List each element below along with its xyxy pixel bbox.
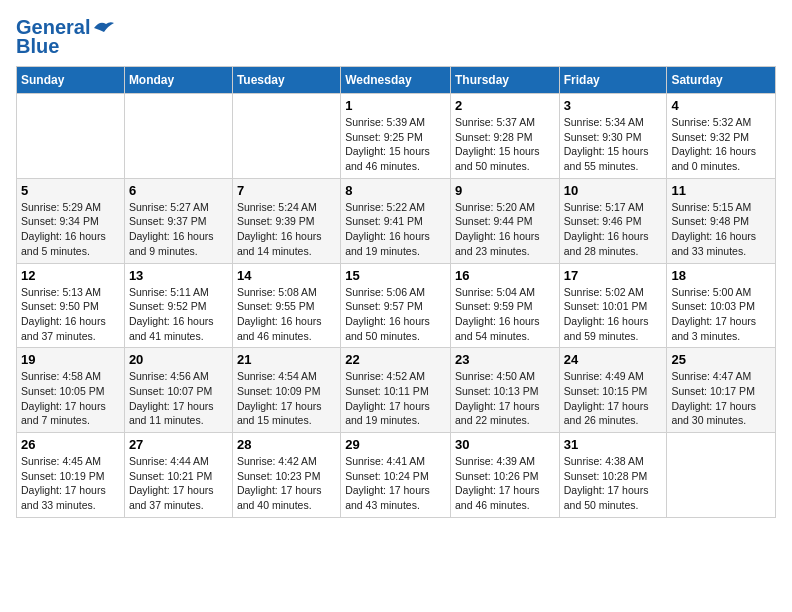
day-number: 14 bbox=[237, 268, 336, 283]
calendar-cell bbox=[124, 94, 232, 179]
day-number: 4 bbox=[671, 98, 771, 113]
day-number: 28 bbox=[237, 437, 336, 452]
day-info: Sunrise: 4:42 AM Sunset: 10:23 PM Daylig… bbox=[237, 454, 336, 513]
calendar-cell: 27Sunrise: 4:44 AM Sunset: 10:21 PM Dayl… bbox=[124, 433, 232, 518]
calendar-cell: 11Sunrise: 5:15 AM Sunset: 9:48 PM Dayli… bbox=[667, 178, 776, 263]
calendar-cell: 6Sunrise: 5:27 AM Sunset: 9:37 PM Daylig… bbox=[124, 178, 232, 263]
day-number: 2 bbox=[455, 98, 555, 113]
day-number: 8 bbox=[345, 183, 446, 198]
day-info: Sunrise: 5:20 AM Sunset: 9:44 PM Dayligh… bbox=[455, 200, 555, 259]
day-info: Sunrise: 4:50 AM Sunset: 10:13 PM Daylig… bbox=[455, 369, 555, 428]
calendar-cell: 31Sunrise: 4:38 AM Sunset: 10:28 PM Dayl… bbox=[559, 433, 667, 518]
logo: General Blue bbox=[16, 16, 114, 58]
day-number: 25 bbox=[671, 352, 771, 367]
day-number: 1 bbox=[345, 98, 446, 113]
weekday-header: Thursday bbox=[450, 67, 559, 94]
calendar-table: SundayMondayTuesdayWednesdayThursdayFrid… bbox=[16, 66, 776, 518]
day-number: 6 bbox=[129, 183, 228, 198]
calendar-cell bbox=[667, 433, 776, 518]
weekday-header: Sunday bbox=[17, 67, 125, 94]
calendar-cell: 12Sunrise: 5:13 AM Sunset: 9:50 PM Dayli… bbox=[17, 263, 125, 348]
day-number: 24 bbox=[564, 352, 663, 367]
calendar-cell: 14Sunrise: 5:08 AM Sunset: 9:55 PM Dayli… bbox=[232, 263, 340, 348]
calendar-cell: 3Sunrise: 5:34 AM Sunset: 9:30 PM Daylig… bbox=[559, 94, 667, 179]
calendar-cell: 8Sunrise: 5:22 AM Sunset: 9:41 PM Daylig… bbox=[341, 178, 451, 263]
day-info: Sunrise: 4:41 AM Sunset: 10:24 PM Daylig… bbox=[345, 454, 446, 513]
day-info: Sunrise: 5:04 AM Sunset: 9:59 PM Dayligh… bbox=[455, 285, 555, 344]
day-info: Sunrise: 5:27 AM Sunset: 9:37 PM Dayligh… bbox=[129, 200, 228, 259]
day-info: Sunrise: 5:22 AM Sunset: 9:41 PM Dayligh… bbox=[345, 200, 446, 259]
calendar-cell: 25Sunrise: 4:47 AM Sunset: 10:17 PM Dayl… bbox=[667, 348, 776, 433]
calendar-cell: 10Sunrise: 5:17 AM Sunset: 9:46 PM Dayli… bbox=[559, 178, 667, 263]
day-number: 12 bbox=[21, 268, 120, 283]
day-number: 16 bbox=[455, 268, 555, 283]
calendar-cell: 17Sunrise: 5:02 AM Sunset: 10:01 PM Dayl… bbox=[559, 263, 667, 348]
day-number: 13 bbox=[129, 268, 228, 283]
day-info: Sunrise: 4:38 AM Sunset: 10:28 PM Daylig… bbox=[564, 454, 663, 513]
day-number: 30 bbox=[455, 437, 555, 452]
calendar-cell: 29Sunrise: 4:41 AM Sunset: 10:24 PM Dayl… bbox=[341, 433, 451, 518]
day-number: 23 bbox=[455, 352, 555, 367]
day-number: 29 bbox=[345, 437, 446, 452]
day-info: Sunrise: 5:17 AM Sunset: 9:46 PM Dayligh… bbox=[564, 200, 663, 259]
calendar-cell: 18Sunrise: 5:00 AM Sunset: 10:03 PM Dayl… bbox=[667, 263, 776, 348]
calendar-cell: 15Sunrise: 5:06 AM Sunset: 9:57 PM Dayli… bbox=[341, 263, 451, 348]
calendar-cell: 23Sunrise: 4:50 AM Sunset: 10:13 PM Dayl… bbox=[450, 348, 559, 433]
day-number: 18 bbox=[671, 268, 771, 283]
calendar-cell: 2Sunrise: 5:37 AM Sunset: 9:28 PM Daylig… bbox=[450, 94, 559, 179]
calendar-cell: 5Sunrise: 5:29 AM Sunset: 9:34 PM Daylig… bbox=[17, 178, 125, 263]
calendar-cell bbox=[232, 94, 340, 179]
calendar-cell: 30Sunrise: 4:39 AM Sunset: 10:26 PM Dayl… bbox=[450, 433, 559, 518]
calendar-cell: 22Sunrise: 4:52 AM Sunset: 10:11 PM Dayl… bbox=[341, 348, 451, 433]
day-info: Sunrise: 5:11 AM Sunset: 9:52 PM Dayligh… bbox=[129, 285, 228, 344]
day-number: 26 bbox=[21, 437, 120, 452]
day-info: Sunrise: 5:29 AM Sunset: 9:34 PM Dayligh… bbox=[21, 200, 120, 259]
logo-bird-icon bbox=[92, 20, 114, 36]
calendar-cell: 1Sunrise: 5:39 AM Sunset: 9:25 PM Daylig… bbox=[341, 94, 451, 179]
calendar-cell bbox=[17, 94, 125, 179]
calendar-cell: 7Sunrise: 5:24 AM Sunset: 9:39 PM Daylig… bbox=[232, 178, 340, 263]
day-number: 15 bbox=[345, 268, 446, 283]
day-number: 9 bbox=[455, 183, 555, 198]
day-info: Sunrise: 4:54 AM Sunset: 10:09 PM Daylig… bbox=[237, 369, 336, 428]
weekday-header: Monday bbox=[124, 67, 232, 94]
calendar-cell: 4Sunrise: 5:32 AM Sunset: 9:32 PM Daylig… bbox=[667, 94, 776, 179]
day-number: 21 bbox=[237, 352, 336, 367]
weekday-header: Wednesday bbox=[341, 67, 451, 94]
calendar-cell: 13Sunrise: 5:11 AM Sunset: 9:52 PM Dayli… bbox=[124, 263, 232, 348]
day-info: Sunrise: 5:06 AM Sunset: 9:57 PM Dayligh… bbox=[345, 285, 446, 344]
day-info: Sunrise: 4:49 AM Sunset: 10:15 PM Daylig… bbox=[564, 369, 663, 428]
logo-blue: Blue bbox=[16, 35, 59, 58]
day-info: Sunrise: 5:00 AM Sunset: 10:03 PM Daylig… bbox=[671, 285, 771, 344]
weekday-header: Friday bbox=[559, 67, 667, 94]
day-number: 22 bbox=[345, 352, 446, 367]
day-number: 5 bbox=[21, 183, 120, 198]
day-info: Sunrise: 5:32 AM Sunset: 9:32 PM Dayligh… bbox=[671, 115, 771, 174]
calendar-cell: 21Sunrise: 4:54 AM Sunset: 10:09 PM Dayl… bbox=[232, 348, 340, 433]
day-info: Sunrise: 5:39 AM Sunset: 9:25 PM Dayligh… bbox=[345, 115, 446, 174]
day-info: Sunrise: 4:52 AM Sunset: 10:11 PM Daylig… bbox=[345, 369, 446, 428]
day-info: Sunrise: 4:39 AM Sunset: 10:26 PM Daylig… bbox=[455, 454, 555, 513]
day-info: Sunrise: 4:44 AM Sunset: 10:21 PM Daylig… bbox=[129, 454, 228, 513]
day-number: 3 bbox=[564, 98, 663, 113]
day-info: Sunrise: 5:34 AM Sunset: 9:30 PM Dayligh… bbox=[564, 115, 663, 174]
day-number: 27 bbox=[129, 437, 228, 452]
day-info: Sunrise: 5:24 AM Sunset: 9:39 PM Dayligh… bbox=[237, 200, 336, 259]
day-info: Sunrise: 4:45 AM Sunset: 10:19 PM Daylig… bbox=[21, 454, 120, 513]
calendar-cell: 9Sunrise: 5:20 AM Sunset: 9:44 PM Daylig… bbox=[450, 178, 559, 263]
weekday-header: Saturday bbox=[667, 67, 776, 94]
calendar-cell: 19Sunrise: 4:58 AM Sunset: 10:05 PM Dayl… bbox=[17, 348, 125, 433]
day-info: Sunrise: 5:08 AM Sunset: 9:55 PM Dayligh… bbox=[237, 285, 336, 344]
day-info: Sunrise: 4:56 AM Sunset: 10:07 PM Daylig… bbox=[129, 369, 228, 428]
day-info: Sunrise: 5:02 AM Sunset: 10:01 PM Daylig… bbox=[564, 285, 663, 344]
day-info: Sunrise: 4:58 AM Sunset: 10:05 PM Daylig… bbox=[21, 369, 120, 428]
weekday-header: Tuesday bbox=[232, 67, 340, 94]
day-number: 31 bbox=[564, 437, 663, 452]
day-number: 10 bbox=[564, 183, 663, 198]
calendar-cell: 24Sunrise: 4:49 AM Sunset: 10:15 PM Dayl… bbox=[559, 348, 667, 433]
day-number: 17 bbox=[564, 268, 663, 283]
calendar-cell: 28Sunrise: 4:42 AM Sunset: 10:23 PM Dayl… bbox=[232, 433, 340, 518]
page-header: General Blue bbox=[16, 16, 776, 58]
day-number: 19 bbox=[21, 352, 120, 367]
day-info: Sunrise: 5:15 AM Sunset: 9:48 PM Dayligh… bbox=[671, 200, 771, 259]
